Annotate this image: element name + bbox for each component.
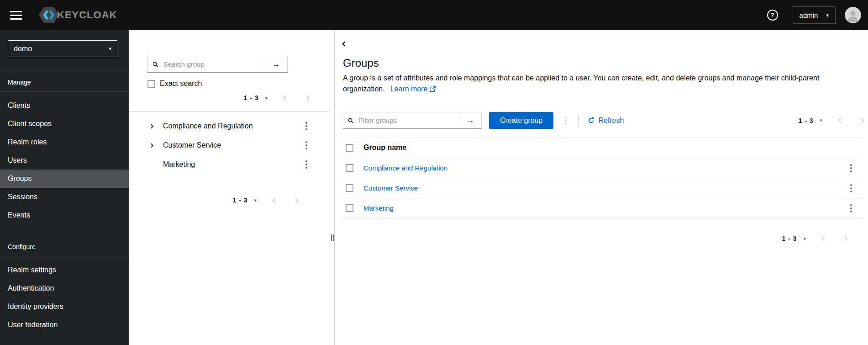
keycloak-admin-console: KEYCLOAK ? admin ▾ demo ▾	[0, 0, 868, 345]
group-link[interactable]: Customer Service	[363, 184, 418, 192]
pagination-next-button[interactable]	[294, 198, 298, 202]
chevron-left-icon	[838, 117, 844, 123]
tree-item[interactable]: Marketing	[129, 155, 330, 174]
chevron-left-icon	[272, 197, 278, 203]
sidebar-item-authentication[interactable]: Authentication	[0, 279, 129, 297]
kebab-menu-icon[interactable]	[849, 182, 853, 194]
panel-splitter[interactable]	[330, 30, 335, 345]
pagination-prev-button[interactable]	[284, 96, 288, 100]
keycloak-logo: KEYCLOAK	[38, 6, 117, 24]
sidebar-item-identity-providers[interactable]: Identity providers	[0, 297, 129, 316]
drag-handle-icon[interactable]	[331, 234, 334, 241]
sidebar-item-events[interactable]: Events	[0, 206, 129, 224]
group-tree-header: → Exact search 1 - 3 ▾	[129, 30, 330, 101]
sidebar-section-configure: Configure	[0, 224, 129, 256]
sidebar-item-clients[interactable]: Clients	[0, 96, 129, 115]
sidebar-item-user-federation[interactable]: User federation	[0, 316, 129, 334]
sidebar-section-manage: Manage	[0, 72, 129, 91]
arrow-right-icon: →	[467, 116, 474, 125]
pagination-caret-icon[interactable]: ▾	[803, 236, 806, 242]
group-link[interactable]: Marketing	[363, 204, 394, 212]
pagination-next-button[interactable]	[305, 96, 309, 100]
filter-groups-input[interactable]	[358, 116, 454, 125]
exact-search-row: Exact search	[147, 80, 310, 88]
table-pagination-top: 1 - 3 ▾	[798, 117, 863, 124]
pagination-next-button[interactable]	[843, 237, 847, 241]
masthead-actions: ? admin ▾	[767, 6, 868, 24]
refresh-button[interactable]: Refresh	[588, 117, 624, 125]
select-all-checkbox[interactable]	[346, 144, 353, 152]
kebab-menu-icon[interactable]	[304, 159, 309, 170]
group-tree: Compliance and Regulation Customer Servi…	[129, 112, 330, 174]
collapse-drawer-button[interactable]	[343, 42, 347, 46]
arrow-right-icon: →	[273, 60, 280, 69]
search-group-input[interactable]	[163, 60, 260, 69]
row-checkbox[interactable]	[346, 164, 353, 172]
sidebar-nav-manage: Clients Client scopes Realm roles Users …	[0, 92, 129, 224]
group-link[interactable]: Compliance and Regulation	[363, 164, 447, 172]
exact-search-label: Exact search	[160, 80, 202, 88]
chevron-right-icon	[858, 117, 864, 123]
help-icon[interactable]: ?	[767, 10, 778, 21]
expand-icon[interactable]	[150, 144, 156, 147]
pagination-caret-icon[interactable]: ▾	[820, 117, 822, 123]
tree-item-label[interactable]: Compliance and Regulation	[163, 122, 253, 130]
sidebar-item-users[interactable]: Users	[0, 151, 129, 170]
sidebar-item-realm-settings[interactable]: Realm settings	[0, 261, 129, 279]
sidebar-item-client-scopes[interactable]: Client scopes	[0, 115, 129, 133]
pagination-caret-icon[interactable]: ▾	[265, 95, 268, 101]
realm-selector[interactable]: demo ▾	[8, 40, 117, 57]
table-header-row: Group name	[343, 138, 863, 158]
chevron-left-icon	[821, 236, 827, 242]
chevron-down-icon: ▾	[109, 46, 111, 51]
chevron-right-icon	[842, 236, 848, 242]
table-pagination-bottom: 1 - 3 ▾	[343, 235, 863, 242]
hamburger-menu-icon[interactable]	[10, 9, 22, 21]
group-search-group: →	[147, 56, 288, 73]
create-group-button[interactable]: Create group	[489, 112, 553, 129]
tree-item-label[interactable]: Customer Service	[163, 141, 221, 149]
pagination-prev-button[interactable]	[839, 118, 843, 122]
groups-main-panel: Groups A group is a set of attributes an…	[335, 30, 868, 345]
kebab-menu-icon[interactable]	[849, 202, 853, 214]
row-checkbox[interactable]	[346, 184, 353, 192]
pagination-prev-button[interactable]	[822, 237, 826, 241]
toolbar-kebab-menu-icon[interactable]	[563, 115, 568, 127]
page-description: A group is a set of attributes and role …	[343, 73, 857, 95]
pagination-caret-icon[interactable]: ▾	[254, 197, 257, 203]
search-submit-button[interactable]: →	[265, 56, 287, 72]
column-header-group-name: Group name	[363, 143, 406, 152]
expand-icon[interactable]	[150, 125, 156, 128]
search-icon	[348, 117, 354, 124]
sidebar-item-realm-roles[interactable]: Realm roles	[0, 133, 129, 151]
refresh-label: Refresh	[598, 117, 624, 125]
user-dropdown[interactable]: admin ▾	[793, 6, 836, 24]
page-body: demo ▾ Manage Clients Client scopes Real…	[0, 30, 868, 345]
kebab-menu-icon[interactable]	[304, 120, 309, 132]
search-icon	[153, 61, 158, 68]
row-checkbox[interactable]	[346, 204, 353, 212]
chevron-right-icon	[293, 197, 299, 203]
sidebar-nav-configure: Realm settings Authentication Identity p…	[0, 256, 129, 334]
sidebar-item-sessions[interactable]: Sessions	[0, 188, 129, 206]
brand-text: KEYCLOAK	[57, 9, 117, 21]
exact-search-checkbox[interactable]	[147, 80, 155, 88]
filter-submit-button[interactable]: →	[459, 112, 481, 128]
pagination-prev-button[interactable]	[273, 198, 277, 202]
avatar[interactable]	[845, 7, 861, 23]
tree-item[interactable]: Customer Service	[129, 136, 330, 155]
realm-selector-value: demo	[14, 45, 32, 53]
tree-item[interactable]: Compliance and Regulation	[129, 117, 330, 136]
kebab-menu-icon[interactable]	[849, 162, 853, 174]
learn-more-link[interactable]: Learn more	[390, 85, 436, 93]
external-link-icon	[430, 86, 436, 92]
pagination-next-button[interactable]	[859, 118, 863, 122]
user-dropdown-label: admin	[800, 11, 818, 19]
tree-item-label[interactable]: Marketing	[163, 160, 195, 169]
pagination-range: 1 - 3	[798, 117, 813, 124]
kebab-menu-icon[interactable]	[304, 139, 309, 151]
sidebar: demo ▾ Manage Clients Client scopes Real…	[0, 30, 129, 345]
filter-groups-group: →	[343, 112, 482, 129]
sidebar-item-groups[interactable]: Groups	[0, 170, 129, 188]
refresh-icon	[588, 117, 594, 124]
